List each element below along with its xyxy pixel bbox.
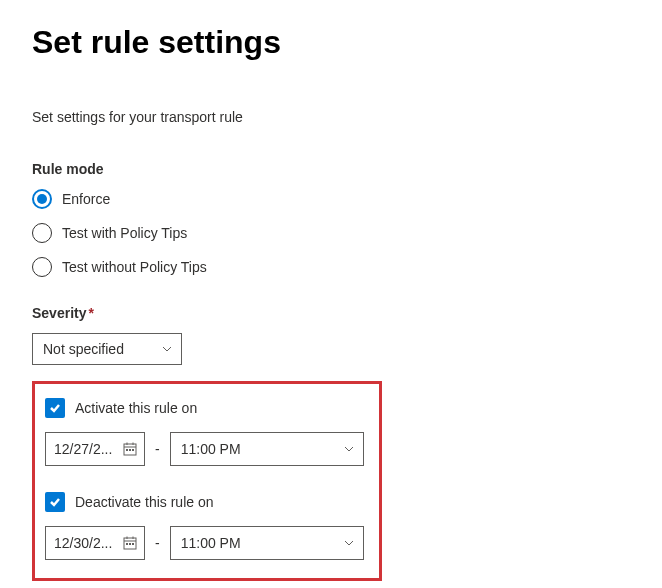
activate-date-value: 12/27/2... bbox=[54, 441, 112, 457]
rule-mode-label: Rule mode bbox=[32, 161, 630, 177]
radio-test-without-tips[interactable]: Test without Policy Tips bbox=[32, 257, 630, 277]
severity-value: Not specified bbox=[43, 341, 124, 357]
svg-rect-5 bbox=[129, 449, 131, 451]
radio-label: Test with Policy Tips bbox=[62, 225, 187, 241]
svg-rect-4 bbox=[126, 449, 128, 451]
deactivate-checkbox[interactable] bbox=[45, 492, 65, 512]
calendar-icon bbox=[122, 535, 138, 551]
deactivate-date-input[interactable]: 12/30/2... bbox=[45, 526, 145, 560]
chevron-down-icon bbox=[343, 537, 355, 549]
severity-select[interactable]: Not specified bbox=[32, 333, 182, 365]
svg-rect-13 bbox=[132, 543, 134, 545]
check-icon bbox=[49, 402, 61, 414]
severity-label: Severity* bbox=[32, 305, 630, 321]
radio-enforce[interactable]: Enforce bbox=[32, 189, 630, 209]
required-indicator: * bbox=[88, 305, 93, 321]
page-description: Set settings for your transport rule bbox=[32, 109, 630, 125]
calendar-icon bbox=[122, 441, 138, 457]
deactivate-time-value: 11:00 PM bbox=[181, 535, 241, 551]
radio-circle-icon bbox=[32, 223, 52, 243]
svg-rect-6 bbox=[132, 449, 134, 451]
radio-circle-icon bbox=[32, 257, 52, 277]
activate-date-input[interactable]: 12/27/2... bbox=[45, 432, 145, 466]
activate-checkbox[interactable] bbox=[45, 398, 65, 418]
radio-label: Test without Policy Tips bbox=[62, 259, 207, 275]
dash-separator: - bbox=[155, 441, 160, 457]
deactivate-time-select[interactable]: 11:00 PM bbox=[170, 526, 364, 560]
dash-separator: - bbox=[155, 535, 160, 551]
check-icon bbox=[49, 496, 61, 508]
activate-time-select[interactable]: 11:00 PM bbox=[170, 432, 364, 466]
radio-label: Enforce bbox=[62, 191, 110, 207]
schedule-highlight: Activate this rule on 12/27/2... - 11:00… bbox=[32, 381, 382, 581]
activate-label: Activate this rule on bbox=[75, 400, 197, 416]
page-title: Set rule settings bbox=[32, 24, 630, 61]
radio-test-with-tips[interactable]: Test with Policy Tips bbox=[32, 223, 630, 243]
svg-rect-11 bbox=[126, 543, 128, 545]
chevron-down-icon bbox=[161, 343, 173, 355]
activate-time-value: 11:00 PM bbox=[181, 441, 241, 457]
svg-rect-12 bbox=[129, 543, 131, 545]
deactivate-date-value: 12/30/2... bbox=[54, 535, 112, 551]
rule-mode-group: Enforce Test with Policy Tips Test witho… bbox=[32, 189, 630, 277]
deactivate-label: Deactivate this rule on bbox=[75, 494, 214, 510]
radio-circle-icon bbox=[32, 189, 52, 209]
chevron-down-icon bbox=[343, 443, 355, 455]
